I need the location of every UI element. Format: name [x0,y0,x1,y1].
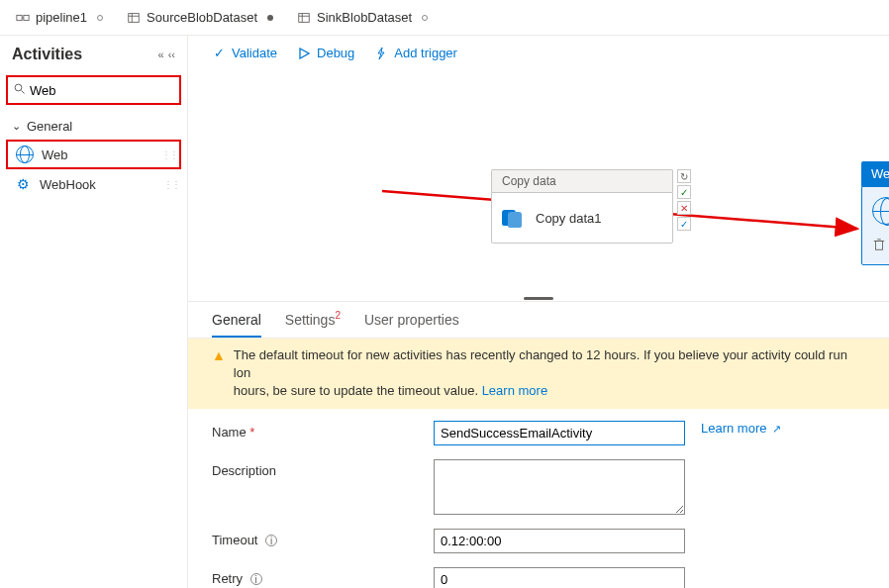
globe-icon [872,197,889,225]
svg-rect-6 [299,13,310,22]
section-general[interactable]: ⌄ General [6,113,181,140]
activity-item-web[interactable]: Web ⋮⋮ [6,140,181,169]
tab-modified-indicator [267,15,273,21]
tab-pipeline1[interactable]: pipeline1 [4,0,115,35]
timeout-input[interactable] [434,529,685,553]
name-label: Name * [212,421,434,440]
svg-rect-1 [24,15,29,20]
chevron-down-icon: ⌄ [12,120,21,133]
lightning-icon [374,47,388,60]
drag-handle-icon[interactable]: ⋮⋮ [161,149,177,160]
external-link-icon: ↗ [772,423,781,435]
activity-label: Web [42,147,68,162]
canvas-toolbar: ✓ Validate Debug Add trigger [188,36,889,70]
learn-more-link[interactable]: Learn more [482,383,547,398]
debug-button[interactable]: Debug [297,46,354,60]
loop-handle-icon[interactable]: ↻ [677,169,691,183]
editor-tabs: pipeline1 SourceBlobDataset SinkBlobData… [0,0,889,36]
settings-badge: 2 [335,310,341,321]
globe-icon [16,146,34,163]
properties-panel: General Settings2 User properties ▲ The … [188,301,889,588]
success-handle-icon[interactable]: ✓ [677,185,691,199]
tab-source-dataset[interactable]: SourceBlobDataset [115,0,285,35]
name-input[interactable] [434,421,685,445]
check-icon: ✓ [212,47,226,60]
activity-search[interactable] [6,75,181,105]
failure-handle-icon[interactable]: ✕ [677,201,691,215]
pipeline-canvas[interactable]: Copy data Copy data1 ↻ ✓ ✕ ✓ Web [188,70,889,295]
tab-label: SourceBlobDataset [147,10,257,25]
pipeline-icon [16,11,30,25]
timeout-warning: ▲ The default timeout for new activities… [188,339,889,409]
completion-handle-icon[interactable]: ✓ [677,217,691,231]
dataset-icon [127,11,141,25]
add-trigger-button[interactable]: Add trigger [374,46,457,60]
collapse-icon[interactable]: « [158,49,164,60]
web-activity-node[interactable]: Web SendSuccessEmailActivity { } [861,161,889,265]
tab-settings[interactable]: Settings2 [285,312,341,338]
sidebar-title: Activities [12,46,82,63]
search-input[interactable] [30,83,173,98]
tab-label: pipeline1 [36,10,87,25]
tab-label: SinkBlobDataset [317,10,412,25]
svg-point-9 [15,84,22,91]
svg-rect-3 [129,13,140,22]
svg-marker-11 [300,49,309,58]
svg-rect-0 [17,15,22,20]
retry-input[interactable] [434,567,685,588]
validate-button[interactable]: ✓ Validate [212,46,277,60]
node-type-label: Web [861,161,889,186]
retry-label: Retry i [212,567,434,586]
drag-handle-icon[interactable]: ⋮⋮ [163,179,179,190]
chevron-left-icon[interactable]: ‹‹ [168,49,175,60]
section-label: General [27,119,72,134]
webhook-icon: ⚙ [14,175,32,193]
svg-rect-14 [876,241,883,249]
activity-item-webhook[interactable]: ⚙ WebHook ⋮⋮ [6,169,181,199]
play-icon [297,47,311,60]
dataset-icon [297,11,311,25]
tab-user-properties[interactable]: User properties [364,312,459,338]
info-icon[interactable]: i [250,573,262,585]
tab-general[interactable]: General [212,312,261,338]
info-icon[interactable]: i [265,535,277,546]
timeout-label: Timeout i [212,529,434,547]
search-icon [14,83,26,98]
tab-modified-indicator [422,15,428,21]
learn-more-link[interactable]: Learn more ↗ [701,421,781,436]
copy-data-activity-node[interactable]: Copy data Copy data1 ↻ ✓ ✕ ✓ [491,169,673,244]
node-type-label: Copy data [491,169,673,192]
tab-modified-indicator [97,15,103,21]
svg-line-10 [22,90,25,93]
tab-sink-dataset[interactable]: SinkBlobDataset [285,0,440,35]
node-title: Copy data1 [536,211,602,226]
database-icon [502,208,526,228]
warning-icon: ▲ [212,346,226,366]
description-label: Description [212,459,434,478]
activity-label: WebHook [40,177,96,192]
description-input[interactable] [434,459,685,515]
activities-sidebar: Activities « ‹‹ ⌄ General Web ⋮⋮ ⚙ WebHo… [0,36,188,588]
delete-icon[interactable] [872,238,886,254]
